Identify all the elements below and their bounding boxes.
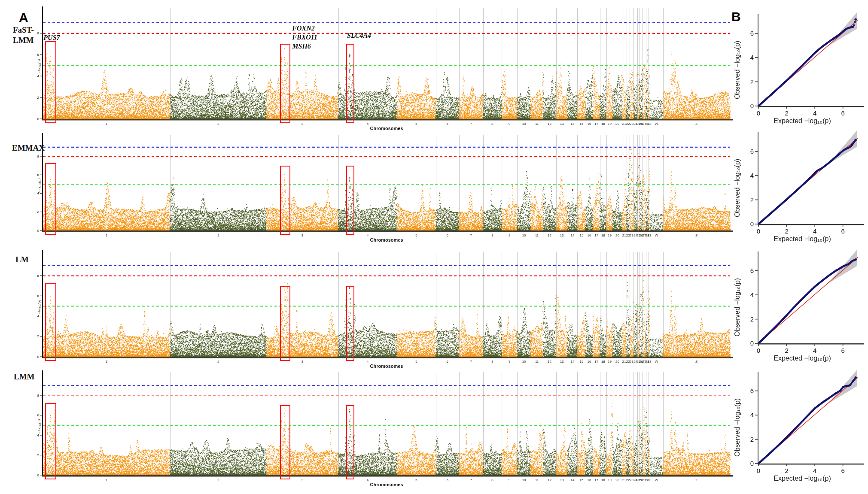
manhattan-plot-canvas-emmax	[31, 133, 735, 242]
highlight-box-foxn2-fbxo11-msh6-emmax	[280, 166, 290, 235]
manhattan-panel-fast-lmm: −log₁₀(p) Chromosomes	[0, 6, 747, 138]
highlight-box-pus7-lm	[45, 283, 56, 361]
qq-panel-fast-lmm: Observed −log₁₀(p) Expected −log₁₀(p)	[726, 12, 868, 132]
gene-annotation-foxn2-fbxo11-msh6: FOXN2 FBXO11 MSH6	[292, 24, 317, 51]
manhattan-panel-lm: −log₁₀(p) Chromosomes	[0, 250, 747, 376]
highlight-box-slc4a4-lm	[346, 286, 354, 361]
manhattan-y-axis-label: −log₁₀(p)	[37, 59, 41, 74]
manhattan-y-axis-label: −log₁₀(p)	[37, 178, 41, 193]
qq-plot-canvas-lmm	[726, 369, 868, 488]
qq-panel-lmm: Observed −log₁₀(p) Expected −log₁₀(p)	[726, 369, 868, 489]
highlight-box-slc4a4-fast-lmm	[346, 44, 354, 123]
manhattan-plot-canvas-lmm	[31, 370, 735, 486]
qq-x-axis-label: Expected −log₁₀(p)	[743, 117, 862, 125]
manhattan-plot-canvas-fast-lmm	[31, 6, 735, 130]
gene-annotation-pus7: PUS7	[43, 33, 60, 42]
highlight-box-pus7-emmax	[45, 163, 56, 235]
qq-x-axis-label: Expected −log₁₀(p)	[743, 235, 862, 243]
highlight-box-pus7-fast-lmm	[45, 41, 56, 123]
manhattan-y-axis-label: −log₁₀(p)	[37, 419, 41, 434]
qq-panel-lm: Observed −log₁₀(p) Expected −log₁₀(p)	[726, 249, 868, 369]
qq-y-axis-label: Observed −log₁₀(p)	[734, 398, 741, 457]
qq-x-axis-label: Expected −log₁₀(p)	[743, 475, 862, 482]
highlight-box-pus7-lmm	[45, 403, 56, 479]
qq-x-axis-label: Expected −log₁₀(p)	[743, 355, 862, 362]
manhattan-panel-lmm: −log₁₀(p) Chromosomes	[0, 370, 747, 494]
gene-annotation-slc4a4: SLC4A4	[347, 31, 371, 40]
manhattan-panel-emmax: −log₁₀(p) Chromosomes	[0, 133, 747, 249]
manhattan-x-axis-title: Chromosomes	[43, 237, 730, 242]
manhattan-y-axis-label: −log₁₀(p)	[37, 300, 41, 315]
highlight-box-foxn2-fbxo11-msh6-lmm	[280, 405, 290, 479]
highlight-box-foxn2-fbxo11-msh6-fast-lmm	[280, 44, 290, 123]
manhattan-x-axis-title: Chromosomes	[43, 482, 730, 487]
manhattan-plot-canvas-lm	[31, 250, 735, 368]
qq-plot-canvas-fast-lmm	[726, 12, 868, 131]
manhattan-x-axis-title: Chromosomes	[43, 364, 730, 369]
qq-plot-canvas-emmax	[726, 130, 868, 249]
qq-y-axis-label: Observed −log₁₀(p)	[734, 159, 741, 217]
qq-y-axis-label: Observed −log₁₀(p)	[734, 278, 741, 336]
qq-plot-canvas-lm	[726, 249, 868, 368]
qq-y-axis-label: Observed −log₁₀(p)	[734, 41, 741, 99]
highlight-box-slc4a4-emmax	[346, 166, 354, 235]
highlight-box-foxn2-fbxo11-msh6-lm	[280, 286, 290, 361]
figure: A B FaST- LMM EMMAX LM LMM −log₁₀(p) Chr…	[0, 0, 868, 494]
manhattan-x-axis-title: Chromosomes	[43, 126, 730, 131]
highlight-box-slc4a4-lmm	[346, 405, 354, 479]
qq-panel-emmax: Observed −log₁₀(p) Expected −log₁₀(p)	[726, 130, 868, 250]
